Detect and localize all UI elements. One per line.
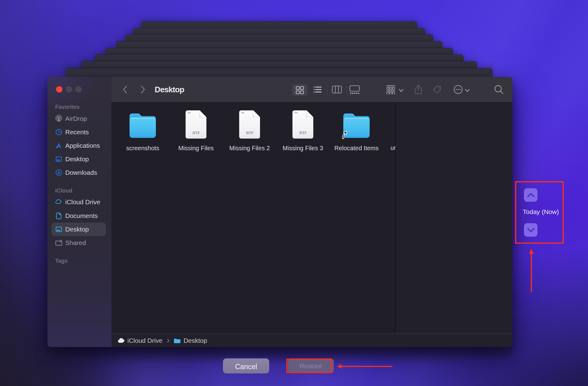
svg-text:RTF: RTF [193,131,200,135]
svg-text:RTF: RTF [246,131,254,135]
svg-text:RTF: RTF [300,131,307,135]
